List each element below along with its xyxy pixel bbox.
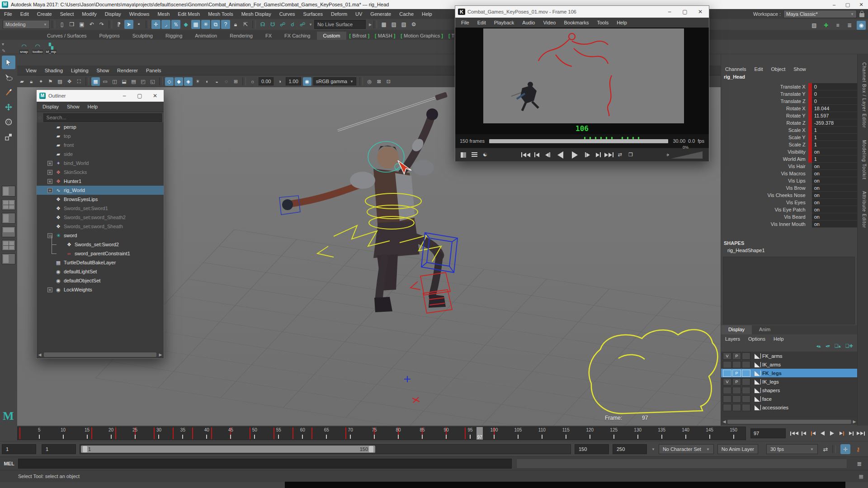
menu-item[interactable]: File bbox=[0, 9, 16, 19]
expand-toggle-icon[interactable] bbox=[47, 269, 52, 274]
layer-display-type-toggle[interactable] bbox=[742, 352, 750, 360]
layer-visibility-toggle[interactable] bbox=[723, 361, 731, 368]
select-camera-icon[interactable]: ▰ bbox=[18, 77, 26, 86]
exposure-field[interactable]: 0.00 bbox=[259, 77, 274, 85]
go-to-end-button[interactable] bbox=[856, 428, 865, 438]
next-bookmark-button[interactable] bbox=[593, 150, 604, 160]
channel-value-field[interactable]: on bbox=[812, 221, 858, 228]
snap-projected-center-icon[interactable]: ◆ bbox=[181, 20, 190, 29]
layer-display-type-toggle[interactable] bbox=[742, 395, 750, 403]
workspace-dropdown[interactable]: Maya Classic* ▼ bbox=[783, 10, 857, 18]
outliner-row[interactable]: ▰ persp bbox=[37, 122, 164, 131]
layout-four-pane-button[interactable] bbox=[2, 199, 15, 210]
character-rig[interactable] bbox=[279, 92, 458, 403]
layer-visibility-toggle[interactable] bbox=[723, 370, 731, 377]
volume-slider[interactable]: 0% bbox=[671, 151, 703, 159]
shelf-tab-plugin[interactable]: [ Bifrost ] bbox=[346, 32, 372, 40]
channel-row[interactable]: Vis Inner Mouth on bbox=[721, 221, 858, 228]
channel-value-field[interactable]: 11.597 bbox=[812, 112, 858, 119]
camera-attributes-icon[interactable]: ✦ bbox=[37, 77, 45, 86]
outliner-row[interactable]: + ∿ rig_World bbox=[37, 186, 164, 195]
channel-row[interactable]: Vis Eye Patch on bbox=[721, 206, 858, 213]
channel-menu-item[interactable]: Show bbox=[789, 64, 810, 74]
xray-joints-icon[interactable]: ⊡ bbox=[384, 77, 393, 86]
time-ruler[interactable]: 5101520253035404550556065707580859095100… bbox=[17, 427, 746, 440]
character-set-dropdown[interactable]: No Character Set▼ bbox=[659, 444, 714, 454]
mel-input[interactable] bbox=[18, 459, 512, 469]
minimize-icon[interactable]: – bbox=[117, 90, 132, 102]
shelf-tab[interactable]: Rendering bbox=[223, 32, 259, 40]
channel-value-field[interactable]: 0 bbox=[812, 83, 858, 90]
tab-attribute-editor[interactable]: Attribute Editor bbox=[859, 188, 867, 232]
outliner-row[interactable]: ▰ front bbox=[37, 141, 164, 150]
expand-toggle-icon[interactable] bbox=[47, 215, 52, 220]
outliner-search-input[interactable]: Search... bbox=[43, 113, 162, 122]
menu-item[interactable]: Mesh Display bbox=[237, 9, 275, 19]
panel-menu-item[interactable]: View bbox=[22, 66, 41, 75]
exposure-icon[interactable]: ☼ bbox=[248, 77, 257, 86]
minimize-icon[interactable]: – bbox=[827, 0, 841, 9]
expand-toggle-icon[interactable]: + bbox=[47, 170, 52, 175]
layer-menu-item[interactable]: Options bbox=[744, 334, 769, 344]
panel-menu-item[interactable]: Lighting bbox=[67, 66, 93, 75]
channel-value-field[interactable]: 1 bbox=[812, 141, 858, 148]
tab-display-layers[interactable]: Display bbox=[721, 325, 752, 334]
outliner-row[interactable]: + ❖ SkinSocks bbox=[37, 168, 164, 177]
player-titlebar[interactable]: K Combat_Games_KeyPoses_01.mov - Frame 1… bbox=[455, 6, 709, 18]
ipr-render-icon[interactable]: ▧ bbox=[399, 20, 408, 29]
layer-display-type-toggle[interactable] bbox=[742, 361, 750, 368]
layer-row[interactable]: V P FK_arms bbox=[721, 352, 858, 360]
save-scene-icon[interactable]: ▣ bbox=[77, 20, 86, 29]
mute-icon[interactable]: 🕩︎ bbox=[666, 152, 669, 158]
outliner-menu-item[interactable]: Show bbox=[63, 102, 84, 112]
player-menu-item[interactable]: Playback bbox=[490, 18, 519, 28]
channel-row[interactable]: Rotate X 18.044 bbox=[721, 105, 858, 112]
menu-item[interactable]: Edit bbox=[16, 9, 33, 19]
color-management-icon[interactable]: ◉ bbox=[303, 77, 311, 86]
shelf-tab[interactable]: Animation bbox=[189, 32, 223, 40]
layer-row[interactable]: V P IK_legs bbox=[721, 377, 858, 386]
gamma-field[interactable]: 1.00 bbox=[286, 77, 301, 85]
move-layer-down-icon[interactable]: ◂▾ bbox=[826, 343, 830, 348]
undo-icon[interactable]: ↶ bbox=[87, 20, 96, 29]
layer-color-icon[interactable] bbox=[754, 353, 761, 359]
player-menu-item[interactable]: Bookmarks bbox=[560, 18, 593, 28]
scroll-left-icon[interactable]: ◀ bbox=[37, 352, 43, 357]
shelf-menu-icon[interactable]: ▾ bbox=[2, 42, 5, 47]
panel-menu-item[interactable]: Show bbox=[93, 66, 113, 75]
current-frame-marker[interactable]: 97 bbox=[476, 427, 483, 440]
menu-item[interactable]: Display bbox=[101, 9, 125, 19]
menu-item[interactable]: Mesh Tools bbox=[204, 9, 237, 19]
channel-value-field[interactable]: on bbox=[812, 199, 858, 206]
tab-channel-box-layer-editor[interactable]: Channel Box / Layer Editor bbox=[859, 59, 867, 132]
layout-three-pane-button[interactable] bbox=[2, 240, 15, 251]
player-video-area[interactable] bbox=[455, 28, 709, 134]
layer-row[interactable]: P FK_legs bbox=[721, 369, 858, 377]
shaded-icon[interactable]: ◆ bbox=[175, 77, 183, 86]
layer-playback-toggle[interactable]: P bbox=[732, 370, 741, 377]
menu-item[interactable]: Select bbox=[56, 9, 78, 19]
playback-start-field[interactable]: 1 bbox=[2, 444, 36, 454]
shelf-tab[interactable]: Curves / Surfaces bbox=[41, 32, 93, 40]
close-icon[interactable]: ✕ bbox=[854, 0, 868, 9]
open-scene-icon[interactable]: ❒ bbox=[67, 20, 76, 29]
lasso-tool-button[interactable] bbox=[2, 70, 15, 84]
screen-space-ao-icon[interactable]: ◒ bbox=[212, 77, 221, 86]
new-scene-icon[interactable]: ▯ bbox=[57, 20, 66, 29]
menu-item[interactable]: Deform bbox=[327, 9, 351, 19]
range-track[interactable]: 1 150 bbox=[80, 444, 571, 454]
channel-row[interactable]: Translate Z 0 bbox=[721, 98, 858, 105]
image-plane-icon[interactable]: ▨ bbox=[56, 77, 64, 86]
panel-menu-item[interactable]: Panels bbox=[142, 66, 165, 75]
layer-display-type-toggle[interactable] bbox=[742, 387, 750, 394]
channel-row[interactable]: Vis Cheeks Nose on bbox=[721, 192, 858, 199]
step-back-button[interactable] bbox=[542, 150, 553, 160]
expand-toggle-icon[interactable] bbox=[47, 224, 52, 229]
snap-point-icon[interactable]: ％ bbox=[171, 20, 180, 29]
snap-grid-icon[interactable]: ✛ bbox=[151, 20, 160, 29]
shelf-item-button[interactable]: ◠ snap bbox=[17, 40, 31, 54]
lock-selection-icon[interactable]: 🔒︎ bbox=[231, 20, 240, 29]
shelf-tab[interactable]: Polygons bbox=[93, 32, 126, 40]
scroll-right-icon[interactable]: ▶ bbox=[851, 419, 858, 424]
previous-bookmark-button[interactable] bbox=[531, 150, 542, 160]
